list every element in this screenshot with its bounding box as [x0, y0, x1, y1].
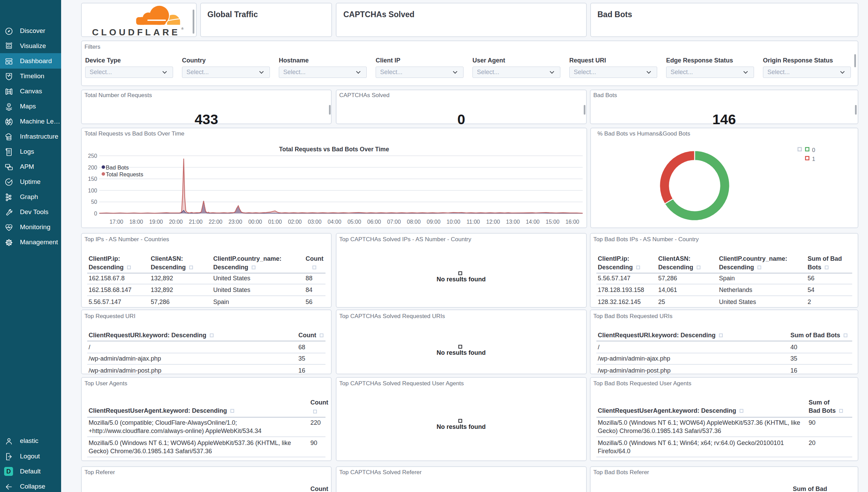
svg-text:09:00: 09:00 — [427, 219, 441, 225]
svg-text:®: ® — [181, 27, 184, 31]
svg-text:17:00: 17:00 — [110, 219, 123, 225]
svg-text:19:00: 19:00 — [149, 219, 163, 225]
svg-text:07:00: 07:00 — [387, 219, 401, 225]
svg-text:03:00: 03:00 — [308, 219, 321, 225]
svg-text:15:00: 15:00 — [546, 219, 559, 225]
svg-text:18:00: 18:00 — [129, 219, 143, 225]
svg-text:12:00: 12:00 — [486, 219, 500, 225]
svg-text:200: 200 — [88, 165, 97, 171]
svg-text:01:00: 01:00 — [268, 219, 282, 225]
svg-text:100: 100 — [88, 188, 97, 194]
svg-text:21:00: 21:00 — [189, 219, 203, 225]
svg-text:50: 50 — [91, 199, 97, 205]
svg-text:04:00: 04:00 — [328, 219, 341, 225]
svg-text:20:00: 20:00 — [169, 219, 183, 225]
svg-text:14:00: 14:00 — [526, 219, 539, 225]
svg-text:250: 250 — [88, 153, 97, 159]
svg-text:Bad Bots: Bad Bots — [106, 164, 129, 171]
svg-text:13:00: 13:00 — [506, 219, 520, 225]
svg-text:22:00: 22:00 — [209, 219, 222, 225]
svg-text:02:00: 02:00 — [288, 219, 302, 225]
svg-text:23:00: 23:00 — [228, 219, 242, 225]
svg-text:11:00: 11:00 — [467, 219, 480, 225]
svg-text:0: 0 — [812, 147, 815, 153]
svg-text:Total Requests vs Bad Bots Ove: Total Requests vs Bad Bots Over Time — [279, 146, 389, 153]
svg-text:Total Requests: Total Requests — [106, 171, 143, 177]
svg-text:08:00: 08:00 — [407, 219, 421, 225]
svg-text:150: 150 — [88, 176, 97, 182]
svg-text:10:00: 10:00 — [447, 219, 460, 225]
svg-text:05:00: 05:00 — [347, 219, 361, 225]
svg-text:16:00: 16:00 — [566, 219, 579, 225]
svg-text:CLOUDFLARE: CLOUDFLARE — [92, 27, 180, 37]
svg-text:00:00: 00:00 — [248, 219, 262, 225]
svg-text:1: 1 — [812, 156, 815, 162]
svg-text:06:00: 06:00 — [367, 219, 381, 225]
svg-text:0: 0 — [94, 211, 97, 216]
